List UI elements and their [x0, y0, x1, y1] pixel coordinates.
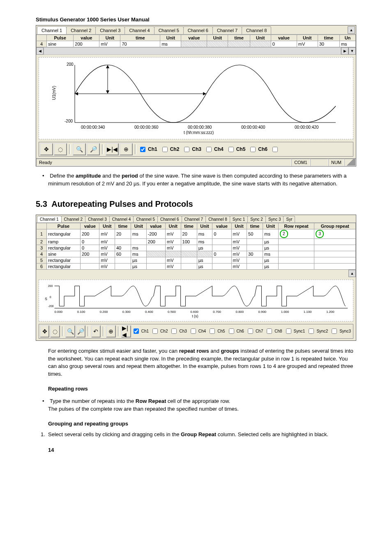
- undo-zoom-icon[interactable]: ↶: [91, 325, 101, 338]
- cell[interactable]: ms: [131, 245, 147, 251]
- cell[interactable]: [247, 263, 263, 269]
- cell-unit[interactable]: ms: [339, 41, 355, 47]
- cell[interactable]: [115, 238, 131, 245]
- cell[interactable]: 0: [212, 251, 231, 257]
- cell[interactable]: 200: [80, 229, 99, 238]
- cell[interactable]: [314, 251, 356, 257]
- scroll-down-icon[interactable]: ▼: [348, 47, 356, 55]
- cell-unit[interactable]: mV: [297, 41, 318, 47]
- check-ch7[interactable]: Ch7: [246, 327, 263, 335]
- grid-row[interactable]: 6rectangularmVµsmVµsmVµs: [37, 263, 356, 269]
- cell[interactable]: 0: [80, 238, 99, 245]
- cell[interactable]: ms: [263, 251, 279, 257]
- tab-channel-2[interactable]: Channel 2: [61, 216, 86, 222]
- check-ch6[interactable]: Ch6: [227, 327, 244, 335]
- cell[interactable]: mV: [99, 229, 115, 238]
- grid-row[interactable]: 4sine200mV60ms0mV30ms: [37, 251, 356, 257]
- tab-channel-2[interactable]: Channel 2: [66, 26, 96, 34]
- cell[interactable]: mV: [166, 238, 181, 245]
- tab-channel-3[interactable]: Channel 3: [95, 26, 125, 34]
- tab-channel-3[interactable]: Channel 3: [85, 216, 110, 222]
- cell[interactable]: 3: [314, 229, 356, 238]
- grid-row[interactable]: 2ramp0mV200mV100msmVµs: [37, 238, 356, 245]
- cell[interactable]: [314, 257, 356, 263]
- cell[interactable]: [181, 257, 197, 263]
- check-ch8[interactable]: Ch8: [265, 327, 282, 335]
- tab-sync-2[interactable]: Sync 2: [247, 216, 266, 222]
- check-ch4[interactable]: Ch4: [205, 146, 224, 153]
- cell[interactable]: mV: [166, 263, 181, 269]
- cell[interactable]: [278, 238, 314, 245]
- h-scrollbar[interactable]: [44, 47, 341, 55]
- tab-channel-6[interactable]: Channel 6: [183, 26, 213, 34]
- cell[interactable]: mV: [99, 238, 115, 245]
- check-ch2[interactable]: Ch2: [151, 327, 168, 335]
- cell[interactable]: rectangular: [47, 229, 81, 238]
- cell[interactable]: rectangular: [47, 257, 81, 263]
- cell-unit[interactable]: ms: [160, 41, 181, 47]
- check-ch4[interactable]: Ch4: [189, 327, 206, 335]
- cell-time[interactable]: 70: [120, 41, 160, 47]
- zoom-out-icon[interactable]: 🔍: [65, 325, 75, 338]
- scroll-left-icon[interactable]: ◀: [36, 47, 44, 55]
- skip-icon[interactable]: ▶|◀: [121, 325, 131, 338]
- cell[interactable]: mV: [166, 257, 181, 263]
- cell[interactable]: [166, 251, 181, 257]
- cell[interactable]: mV: [231, 251, 247, 257]
- cell[interactable]: ms: [131, 251, 147, 257]
- check-extra[interactable]: [272, 147, 278, 152]
- cell[interactable]: mV: [231, 263, 247, 269]
- cell[interactable]: mV: [166, 229, 181, 238]
- cell[interactable]: [314, 263, 356, 269]
- cell-unit[interactable]: mV: [99, 41, 120, 47]
- grid-row[interactable]: 1rectangular200mV20ms-200mV20ms0mV50ms23: [37, 229, 356, 238]
- cell[interactable]: 60: [115, 251, 131, 257]
- cell[interactable]: 0: [212, 229, 231, 238]
- cell[interactable]: µs: [131, 263, 147, 269]
- cell[interactable]: [212, 263, 231, 269]
- zoom-box-icon[interactable]: ◌: [50, 325, 60, 338]
- cell[interactable]: 20: [115, 229, 131, 238]
- cell[interactable]: rectangular: [47, 263, 81, 269]
- scroll-up-icon[interactable]: ▲: [348, 270, 356, 277]
- cell[interactable]: mV: [231, 257, 247, 263]
- tab-channel-7[interactable]: Channel 7: [212, 26, 242, 34]
- tab-channel-5[interactable]: Channel 5: [154, 26, 184, 34]
- cell[interactable]: 200: [80, 251, 99, 257]
- cell[interactable]: [314, 238, 356, 245]
- tab-channel-6[interactable]: Channel 6: [157, 216, 182, 222]
- check-sync1[interactable]: Sync1: [284, 327, 305, 335]
- cell[interactable]: [181, 245, 197, 251]
- check-ch3[interactable]: Ch3: [182, 146, 201, 153]
- cell[interactable]: [247, 257, 263, 263]
- skip-icon[interactable]: ▶|◀: [106, 143, 119, 155]
- cell[interactable]: µs: [263, 238, 279, 245]
- tab-sync-overflow[interactable]: Syr: [283, 216, 295, 222]
- cell[interactable]: ms: [263, 229, 279, 238]
- cell[interactable]: [247, 238, 263, 245]
- tab-channel-8[interactable]: Channel 8: [205, 216, 230, 222]
- cell[interactable]: µs: [131, 257, 147, 263]
- cell[interactable]: [146, 257, 165, 263]
- check-ch3[interactable]: Ch3: [170, 327, 187, 335]
- cell[interactable]: mV: [99, 257, 115, 263]
- cell[interactable]: mV: [99, 251, 115, 257]
- cell[interactable]: [314, 245, 356, 251]
- cell[interactable]: 100: [181, 238, 197, 245]
- grid-row[interactable]: 5rectangularmVµsmVµsmVµs: [37, 257, 356, 263]
- cell[interactable]: µs: [197, 245, 212, 251]
- cell[interactable]: [115, 257, 131, 263]
- cell[interactable]: [247, 245, 263, 251]
- cell[interactable]: mV: [231, 229, 247, 238]
- cell[interactable]: 50: [247, 229, 263, 238]
- cell[interactable]: rectangular: [47, 245, 81, 251]
- cell[interactable]: [278, 263, 314, 269]
- pulse-grid-2[interactable]: PulsevalueUnittimeUnitvalueUnittimeUnitv…: [36, 223, 356, 270]
- cell[interactable]: [146, 263, 165, 269]
- cell[interactable]: [212, 245, 231, 251]
- check-sync3[interactable]: Sync3: [330, 327, 351, 335]
- tab-channel-7[interactable]: Channel 7: [182, 216, 206, 222]
- cell-value[interactable]: 200: [74, 41, 99, 47]
- tab-channel-8[interactable]: Channel 8: [242, 26, 271, 34]
- cell[interactable]: [197, 251, 212, 257]
